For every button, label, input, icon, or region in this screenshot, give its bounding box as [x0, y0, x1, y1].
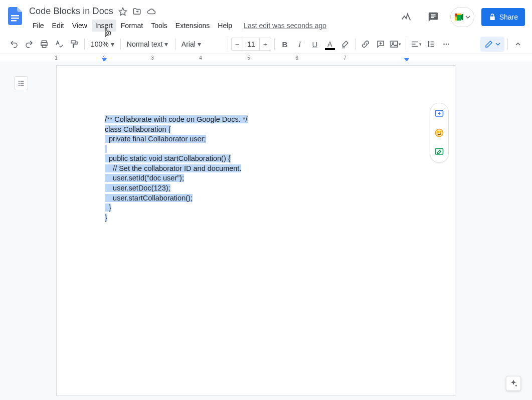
ruler-number: 5	[247, 55, 250, 61]
menu-view[interactable]: View	[69, 20, 91, 32]
menu-edit[interactable]: Edit	[49, 20, 68, 32]
zoom-select[interactable]: 100%▾	[88, 37, 117, 51]
insert-link-icon[interactable]	[359, 37, 373, 51]
menu-help[interactable]: Help	[214, 20, 236, 32]
add-comment-icon[interactable]	[374, 37, 388, 51]
toolbar: 100%▾ Normal text▾ Arial▾ − 11 + B I U A…	[0, 35, 532, 54]
comment-history-icon[interactable]	[423, 7, 443, 27]
svg-point-14	[445, 44, 447, 45]
code-line[interactable]: user.setId(“doc user”);	[105, 173, 248, 183]
meet-button[interactable]	[450, 7, 474, 27]
chevron-down-icon	[465, 15, 470, 20]
activity-dashboard-icon[interactable]	[396, 7, 416, 27]
paragraph-style-select[interactable]: Normal text▾	[124, 37, 172, 51]
chevron-down-icon: ▾	[198, 40, 201, 48]
chevron-down-icon: ▾	[164, 40, 168, 48]
star-icon[interactable]	[118, 7, 127, 16]
undo-icon[interactable]	[7, 37, 21, 51]
svg-point-19	[440, 131, 441, 132]
font-family-select[interactable]: Arial▾	[179, 37, 225, 51]
font-size-decrease[interactable]: −	[231, 38, 243, 51]
code-line[interactable]: class Collaboration {	[105, 125, 248, 135]
header: Code Blocks in Docs File Edit View Inser…	[0, 0, 532, 32]
text-color-icon[interactable]: A	[323, 37, 337, 51]
add-comment-rail-icon[interactable]	[434, 108, 445, 119]
code-line[interactable]: public static void startCollaboration() …	[105, 154, 248, 164]
explore-button[interactable]	[506, 376, 521, 391]
share-label: Share	[499, 13, 518, 21]
print-icon[interactable]	[37, 37, 51, 51]
suggest-edits-rail-icon[interactable]	[434, 146, 445, 157]
highlight-color-icon[interactable]	[338, 37, 352, 51]
comment-rail	[430, 103, 449, 163]
lock-icon	[488, 13, 496, 21]
ruler-number: 3	[151, 55, 154, 61]
svg-rect-11	[391, 41, 398, 47]
insert-image-icon[interactable]: ▾	[389, 37, 403, 51]
menu-insert[interactable]: Insert	[92, 20, 116, 32]
code-line[interactable]	[105, 144, 248, 154]
ruler-number: 1	[55, 55, 58, 61]
svg-rect-10	[71, 41, 76, 43]
paint-format-icon[interactable]	[67, 37, 81, 51]
document-page[interactable]: /** Collaborate with code on Google Docs…	[56, 65, 455, 396]
code-line[interactable]: // Set the collaborator ID and document.	[105, 164, 248, 174]
move-folder-icon[interactable]	[132, 7, 141, 16]
svg-point-17	[436, 129, 443, 137]
ruler-number: 4	[199, 55, 202, 61]
add-emoji-rail-icon[interactable]	[434, 127, 445, 138]
menu-extensions[interactable]: Extensions	[172, 20, 213, 32]
svg-point-15	[448, 44, 449, 45]
code-line[interactable]: user.setDoc(123);	[105, 183, 248, 193]
menu-tools[interactable]: Tools	[147, 20, 171, 32]
align-icon[interactable]: ▾	[409, 37, 423, 51]
document-title[interactable]: Code Blocks in Docs	[29, 6, 113, 17]
italic-icon[interactable]: I	[293, 37, 307, 51]
menu-format[interactable]: Format	[117, 20, 146, 32]
more-icon[interactable]	[439, 37, 453, 51]
chevron-down-icon	[495, 42, 500, 47]
chevron-down-icon: ▾	[111, 40, 114, 48]
title-area: Code Blocks in Docs File Edit View Inser…	[29, 4, 396, 32]
editing-mode-button[interactable]	[480, 37, 504, 52]
bold-icon[interactable]: B	[278, 37, 292, 51]
docs-app-icon[interactable]	[5, 4, 25, 28]
svg-point-13	[443, 44, 445, 45]
svg-point-18	[438, 131, 439, 132]
header-right: Share	[396, 4, 527, 27]
share-button[interactable]: Share	[481, 8, 525, 26]
svg-rect-1	[11, 18, 19, 19]
code-line[interactable]: }	[105, 213, 248, 223]
document-text[interactable]: /** Collaborate with code on Google Docs…	[105, 115, 248, 223]
meet-icon	[454, 12, 464, 22]
code-line[interactable]: private final Collaborator user;	[105, 134, 248, 144]
code-line[interactable]: user.startCollaboration();	[105, 193, 248, 204]
svg-point-21	[106, 32, 109, 35]
document-outline-icon[interactable]	[14, 76, 28, 90]
font-size-increase[interactable]: +	[259, 38, 271, 51]
menubar: File Edit View Insert Format Tools Exten…	[29, 17, 396, 32]
menu-file[interactable]: File	[29, 20, 48, 32]
ruler-number: 7	[343, 55, 346, 61]
document-canvas: /** Collaborate with code on Google Docs…	[0, 61, 532, 400]
code-line[interactable]: }	[105, 203, 248, 213]
redo-icon[interactable]	[22, 37, 36, 51]
font-size-group: − 11 +	[231, 38, 271, 51]
spellcheck-icon[interactable]	[52, 37, 66, 51]
hide-menus-icon[interactable]	[511, 37, 525, 51]
svg-rect-2	[11, 20, 17, 22]
svg-rect-0	[11, 15, 19, 17]
underline-icon[interactable]: U	[308, 37, 322, 51]
svg-rect-6	[457, 14, 461, 15]
line-spacing-icon[interactable]	[424, 37, 438, 51]
ruler-number: 6	[295, 55, 298, 61]
last-edit-link[interactable]: Last edit was seconds ago	[244, 20, 326, 32]
font-size-input[interactable]: 11	[243, 38, 259, 51]
code-line[interactable]: /** Collaborate with code on Google Docs…	[105, 115, 248, 125]
cloud-status-icon[interactable]	[146, 7, 156, 16]
svg-rect-4	[455, 17, 457, 21]
pencil-icon	[484, 40, 493, 49]
